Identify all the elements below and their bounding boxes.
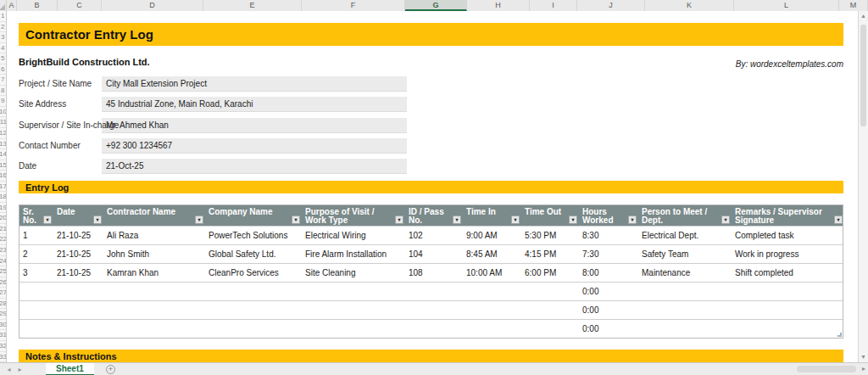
entry-cell-r3-c6[interactable]: 108: [405, 264, 463, 282]
column-header-J[interactable]: J: [577, 0, 645, 11]
row-header-19[interactable]: 19: [0, 203, 7, 214]
row-header-31[interactable]: 31: [0, 330, 7, 341]
entry-cell-r3-c4[interactable]: CleanPro Services: [205, 264, 302, 282]
row-header-25[interactable]: 25: [0, 266, 7, 277]
entry-cell-r3-c5[interactable]: Site Cleaning: [302, 264, 405, 282]
entry-cell-r6-c1[interactable]: [19, 320, 53, 338]
entry-cell-r6-c3[interactable]: [103, 320, 205, 338]
entry-cell-r4-c9[interactable]: 0:00: [579, 283, 638, 300]
row-header-4[interactable]: 4: [0, 43, 7, 54]
row-header-14[interactable]: 14: [0, 149, 7, 160]
filter-dropdown-icon[interactable]: ▾: [569, 215, 577, 224]
entry-cell-r6-c9[interactable]: 0:00: [579, 320, 638, 338]
entry-cell-r1-c8[interactable]: 5:30 PM: [521, 227, 579, 244]
column-header-B[interactable]: B: [17, 0, 58, 11]
filter-dropdown-icon[interactable]: ▾: [395, 215, 403, 224]
entry-cell-r1-c5[interactable]: Electrical Wiring: [302, 227, 405, 244]
entry-cell-r2-c9[interactable]: 7:30: [579, 245, 638, 263]
entry-cell-r2-c6[interactable]: 104: [405, 245, 463, 263]
row-header-11[interactable]: 11: [0, 117, 7, 128]
row-header-24[interactable]: 24: [0, 256, 7, 267]
scroll-up-icon[interactable]: ▲: [859, 11, 868, 21]
filter-dropdown-icon[interactable]: ▾: [834, 215, 843, 224]
entry-cell-r1-c9[interactable]: 8:30: [579, 227, 638, 244]
entry-cell-r2-c5[interactable]: Fire Alarm Installation: [302, 245, 405, 263]
row-header-21[interactable]: 21: [0, 224, 7, 235]
filter-dropdown-icon[interactable]: ▾: [195, 215, 203, 224]
column-header-E[interactable]: E: [203, 0, 302, 11]
entry-cell-r5-c5[interactable]: [302, 301, 405, 319]
filter-dropdown-icon[interactable]: ▾: [453, 215, 461, 224]
entry-column-header-contractor-name[interactable]: Contractor Name▾: [103, 205, 205, 226]
entry-cell-r4-c11[interactable]: [732, 283, 844, 300]
row-header-1[interactable]: 1: [0, 11, 7, 22]
filter-dropdown-icon[interactable]: ▾: [292, 215, 300, 224]
row-header-3[interactable]: 3: [0, 32, 7, 43]
entry-cell-r1-c4[interactable]: PowerTech Solutions: [205, 227, 302, 244]
entry-cell-r3-c11[interactable]: Shift completed: [732, 264, 844, 282]
row-header-23[interactable]: 23: [0, 245, 7, 256]
row-header-8[interactable]: 8: [0, 86, 7, 97]
row-header-10[interactable]: 10: [0, 107, 7, 118]
entry-cell-r6-c5[interactable]: [302, 320, 405, 338]
row-header-33[interactable]: 33: [0, 352, 7, 363]
filter-dropdown-icon[interactable]: ▾: [628, 215, 637, 224]
sheet-nav-right-icon[interactable]: ▸: [14, 366, 25, 373]
row-header-18[interactable]: 18: [0, 192, 7, 203]
column-header-A[interactable]: A: [7, 0, 17, 11]
entry-cell-r6-c11[interactable]: [732, 320, 844, 338]
form-value-supervisor-site-in-charge[interactable]: Mr. Ahmed Khan: [102, 118, 407, 133]
scroll-down-icon[interactable]: ▼: [859, 352, 868, 362]
column-header-G[interactable]: G: [405, 0, 467, 11]
entry-cell-r3-c7[interactable]: 10:00 AM: [463, 264, 521, 282]
row-header-29[interactable]: 29: [0, 309, 7, 320]
vertical-scrollbar-thumb[interactable]: [860, 25, 866, 126]
entry-cell-r4-c10[interactable]: [638, 283, 732, 300]
filter-dropdown-icon[interactable]: ▾: [93, 215, 102, 224]
entry-cell-r6-c6[interactable]: [405, 320, 463, 338]
entry-column-header-purpose-of-visit-work-type[interactable]: Purpose of Visit / Work Type▾: [302, 205, 405, 226]
column-header-M[interactable]: M: [839, 0, 868, 11]
column-header-C[interactable]: C: [58, 0, 102, 11]
entry-cell-r2-c1[interactable]: 2: [19, 245, 53, 263]
entry-column-header-person-to-meet-dept-[interactable]: Person to Meet / Dept.▾: [638, 205, 732, 226]
tab-sheet1[interactable]: Sheet1: [46, 363, 94, 375]
column-header-L[interactable]: L: [734, 0, 839, 11]
entry-cell-r4-c7[interactable]: [463, 283, 521, 300]
form-value-project-site-name[interactable]: City Mall Extension Project: [102, 76, 407, 92]
entry-column-header-date[interactable]: Date▾: [53, 205, 103, 226]
row-header-17[interactable]: 17: [0, 182, 7, 193]
entry-column-header-company-name[interactable]: Company Name▾: [205, 205, 302, 226]
entry-cell-r4-c6[interactable]: [405, 283, 463, 300]
row-header-28[interactable]: 28: [0, 299, 7, 310]
entry-cell-r5-c1[interactable]: [19, 301, 53, 319]
column-header-I[interactable]: I: [530, 0, 577, 11]
filter-dropdown-icon[interactable]: ▾: [511, 215, 520, 224]
column-header-H[interactable]: H: [467, 0, 530, 11]
entry-cell-r6-c10[interactable]: [638, 320, 732, 338]
hscroll-right-icon[interactable]: ▸: [862, 365, 865, 372]
entry-cell-r5-c9[interactable]: 0:00: [579, 301, 638, 319]
row-header-13[interactable]: 13: [0, 139, 7, 150]
entry-cell-r2-c8[interactable]: 4:15 PM: [521, 245, 579, 263]
entry-cell-r5-c6[interactable]: [405, 301, 463, 319]
form-value-site-address[interactable]: 45 Industrial Zone, Main Road, Karachi: [102, 97, 407, 112]
entry-cell-r1-c3[interactable]: Ali Raza: [103, 227, 205, 244]
entry-cell-r1-c2[interactable]: 21-10-25: [53, 227, 103, 244]
add-sheet-icon[interactable]: +: [106, 365, 115, 374]
entry-cell-r4-c8[interactable]: [521, 283, 579, 300]
entry-cell-r2-c3[interactable]: John Smith: [103, 245, 205, 263]
row-header-2[interactable]: 2: [0, 22, 7, 33]
entry-cell-r5-c11[interactable]: [732, 301, 844, 319]
horizontal-scrollbar-thumb[interactable]: [797, 366, 856, 372]
row-header-32[interactable]: 32: [0, 341, 7, 352]
entry-cell-r5-c8[interactable]: [521, 301, 579, 319]
row-header-26[interactable]: 26: [0, 277, 7, 288]
entry-column-header-id-pass-no-[interactable]: ID / Pass No.▾: [405, 205, 463, 226]
form-value-contact-number[interactable]: +92 300 1234567: [102, 138, 407, 154]
row-header-9[interactable]: 9: [0, 96, 7, 107]
vertical-scrollbar[interactable]: ▲ ▼: [858, 11, 868, 362]
row-header-22[interactable]: 22: [0, 234, 7, 245]
entry-cell-r5-c2[interactable]: [53, 301, 103, 319]
column-header-K[interactable]: K: [645, 0, 734, 11]
